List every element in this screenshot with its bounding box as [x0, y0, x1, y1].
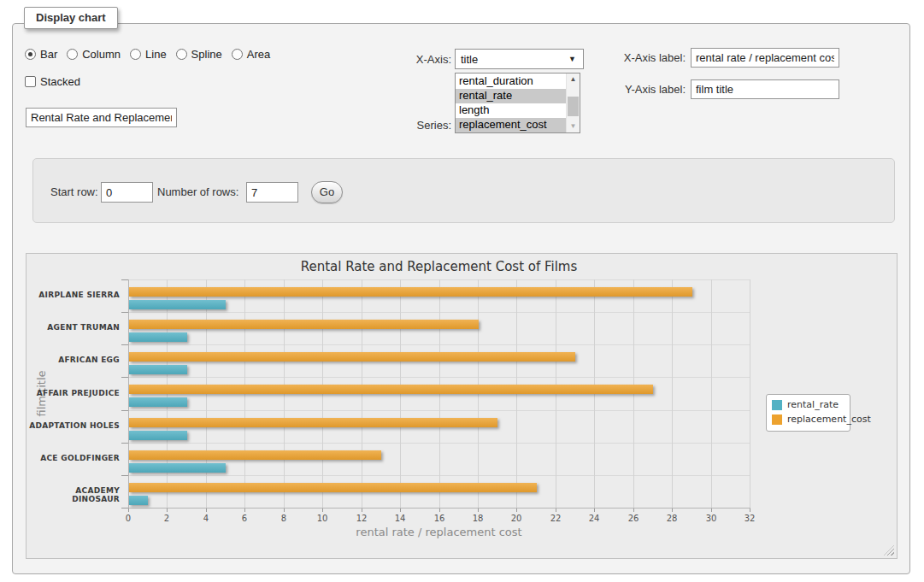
- rental-rate-swatch-icon: [772, 400, 782, 410]
- series-options: rental_duration rental_rate length repla…: [456, 73, 566, 132]
- chevron-down-icon: ▼: [568, 55, 576, 63]
- bar-rental_rate: [129, 496, 148, 505]
- radio-option-bar[interactable]: Bar: [25, 48, 57, 61]
- y-tick: [121, 508, 128, 509]
- y-tick: [121, 443, 128, 444]
- x-tick-label: 32: [733, 514, 767, 523]
- x-tick-label: 22: [539, 514, 573, 523]
- category-label: ACADEMY DINOSAUR: [26, 486, 120, 503]
- scroll-up-icon[interactable]: ▲: [567, 73, 580, 85]
- legend-label-rental-rate: rental_rate: [787, 399, 839, 410]
- legend-item-replacement-cost[interactable]: replacement_cost: [772, 414, 845, 425]
- x-tick-label: 30: [694, 514, 728, 523]
- x-gridline: [672, 279, 673, 508]
- x-axis-line: [128, 508, 750, 509]
- y-tick: [121, 312, 128, 313]
- radio-area[interactable]: [232, 49, 243, 60]
- bar-rental_rate: [129, 397, 187, 407]
- category-label: ACE GOLDFINGER: [26, 454, 120, 462]
- number-of-rows-label: Number of rows:: [157, 185, 238, 198]
- y-tick: [121, 377, 128, 378]
- radio-option-area[interactable]: Area: [232, 48, 270, 61]
- y-axis-label-label: Y-Axis label:: [617, 83, 686, 96]
- chart-type-radio-group: Bar Column Line Spline Area: [25, 48, 270, 61]
- radio-column-label[interactable]: Column: [82, 48, 121, 61]
- radio-spline[interactable]: [176, 49, 187, 60]
- radio-spline-label[interactable]: Spline: [191, 48, 222, 61]
- replacement-cost-swatch-icon: [772, 414, 782, 425]
- radio-bar-label[interactable]: Bar: [40, 48, 57, 61]
- legend-label-replacement-cost: replacement_cost: [787, 414, 871, 425]
- radio-column[interactable]: [67, 49, 78, 60]
- scrollbar-thumb[interactable]: [568, 97, 579, 116]
- series-option-replacement-cost[interactable]: replacement_cost: [456, 118, 566, 132]
- series-listbox[interactable]: rental_duration rental_rate length repla…: [455, 73, 580, 133]
- bar-rental_rate: [129, 463, 226, 473]
- y-tick: [121, 279, 128, 280]
- chart-canvas: Rental Rate and Replacement Cost of Film…: [26, 253, 898, 559]
- x-tick-label: 14: [383, 514, 417, 523]
- bar-rental_rate: [129, 365, 187, 374]
- series-scrollbar[interactable]: ▲ ▼: [566, 73, 580, 132]
- series-option-length[interactable]: length: [456, 103, 566, 118]
- x-tick-label: 28: [655, 514, 689, 523]
- x-tick-label: 0: [111, 514, 145, 523]
- y-tick: [121, 410, 128, 411]
- go-button[interactable]: Go: [311, 181, 343, 203]
- x-gridline: [711, 279, 712, 508]
- x-tick-label: 6: [227, 514, 262, 523]
- y-axis-label-input[interactable]: [691, 79, 839, 99]
- bar-replacement_cost: [129, 450, 381, 460]
- chart-title: Rental Rate and Replacement Cost of Film…: [128, 259, 750, 274]
- bar-replacement_cost: [129, 385, 653, 394]
- y-tick: [121, 475, 128, 476]
- chart-legend: rental_rate replacement_cost: [766, 394, 850, 432]
- x-tick-label: 16: [422, 514, 456, 523]
- x-tick-label: 10: [305, 514, 339, 523]
- bar-replacement_cost: [129, 320, 479, 329]
- x-axis-label-label: X-Axis label:: [617, 51, 686, 64]
- page: Display chart Bar Column Line Spline Are…: [0, 0, 924, 582]
- x-tick-label: 26: [616, 514, 650, 523]
- series-option-rental-duration[interactable]: rental_duration: [456, 74, 566, 89]
- x-axis-label-input[interactable]: [691, 48, 839, 68]
- stacked-checkbox[interactable]: [25, 76, 36, 87]
- radio-area-label[interactable]: Area: [247, 48, 270, 61]
- x-tick-label: 12: [344, 514, 379, 523]
- stacked-label[interactable]: Stacked: [40, 75, 80, 88]
- y-tick: [121, 344, 128, 345]
- bar-replacement_cost: [129, 352, 575, 362]
- radio-option-line[interactable]: Line: [130, 48, 167, 61]
- radio-option-column[interactable]: Column: [67, 48, 121, 61]
- resize-handle-icon[interactable]: [884, 545, 894, 556]
- x-tick-label: 18: [461, 514, 495, 523]
- category-label: ADAPTATION HOLES: [26, 421, 120, 430]
- bar-rental_rate: [129, 300, 226, 309]
- x-tick-label: 4: [189, 514, 223, 523]
- bar-replacement_cost: [129, 483, 537, 492]
- series-list-label: Series:: [393, 119, 451, 132]
- x-gridline: [750, 279, 750, 508]
- number-of-rows-input[interactable]: [246, 182, 298, 203]
- x-axis-select-label: X-Axis:: [393, 53, 451, 66]
- x-axis-select[interactable]: title ▼: [455, 49, 584, 69]
- stacked-option[interactable]: Stacked: [25, 75, 80, 88]
- x-axis-select-value: title: [456, 53, 568, 66]
- radio-option-spline[interactable]: Spline: [176, 48, 222, 61]
- series-option-rental-rate[interactable]: rental_rate: [456, 89, 566, 103]
- legend-item-rental-rate[interactable]: rental_rate: [772, 399, 845, 410]
- radio-line-label[interactable]: Line: [145, 48, 167, 61]
- category-label: AIRPLANE SIERRA: [26, 291, 120, 299]
- chart-title-input[interactable]: [26, 108, 177, 127]
- row-range-panel: Start row: Number of rows: Go: [32, 158, 895, 223]
- fieldset-legend: Display chart: [24, 7, 118, 29]
- scroll-down-icon[interactable]: ▼: [567, 121, 580, 132]
- bar-rental_rate: [129, 332, 187, 342]
- bar-replacement_cost: [129, 418, 497, 427]
- radio-bar[interactable]: [25, 49, 36, 60]
- category-label: AGENT TRUMAN: [26, 323, 120, 332]
- start-row-label: Start row:: [50, 185, 98, 198]
- start-row-input[interactable]: [101, 182, 153, 203]
- x-tick-label: 20: [499, 514, 533, 523]
- radio-line[interactable]: [130, 49, 141, 60]
